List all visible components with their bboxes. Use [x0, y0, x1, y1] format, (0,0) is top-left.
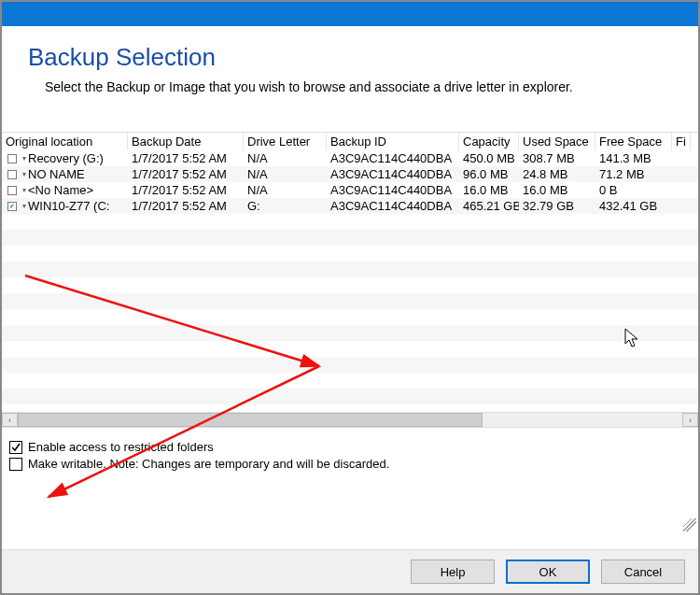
writable-label: Make writable. Note: Changes are tempora…: [28, 457, 389, 471]
table-row[interactable]: ▾Recovery (G:)1/7/2017 5:52 AMN/AA3C9AC1…: [2, 150, 698, 166]
cell-date: 1/7/2017 5:52 AM: [128, 183, 244, 197]
table-row[interactable]: ▾NO NAME1/7/2017 5:52 AMN/AA3C9AC114C440…: [2, 166, 698, 182]
cancel-button[interactable]: Cancel: [601, 560, 685, 584]
row-checkbox[interactable]: ✓: [7, 202, 17, 211]
cell-letter: N/A: [244, 151, 327, 165]
cell-cap: 450.0 MB: [459, 151, 519, 165]
col-drive-letter[interactable]: Drive Letter: [244, 133, 327, 150]
table-row: [2, 214, 698, 230]
cell-cap: 96.0 MB: [459, 167, 519, 181]
tree-toggle-icon[interactable]: ▾: [22, 202, 26, 210]
scroll-track[interactable]: [18, 413, 682, 427]
cell-location: NO NAME: [28, 167, 85, 181]
cell-date: 1/7/2017 5:52 AM: [128, 167, 244, 181]
scroll-left-button[interactable]: ‹: [2, 413, 18, 427]
cell-letter: G:: [244, 199, 327, 213]
restricted-label: Enable access to restricted folders: [28, 440, 214, 454]
cell-cap: 465.21 GB: [459, 199, 519, 213]
column-headers[interactable]: Original location Backup Date Drive Lett…: [2, 133, 698, 150]
ok-button[interactable]: OK: [506, 560, 590, 584]
table-row: [2, 341, 698, 357]
table-row[interactable]: ✓▾WIN10-Z77 (C:1/7/2017 5:52 AMG:A3C9AC1…: [2, 198, 698, 214]
make-writable-option[interactable]: Make writable. Note: Changes are tempora…: [9, 457, 691, 471]
table-row: [2, 230, 698, 246]
table-row: [2, 293, 698, 309]
header: Backup Selection Select the Backup or Im…: [2, 26, 698, 132]
cell-id: A3C9AC114C440DBA: [327, 167, 459, 181]
button-bar: Help OK Cancel: [2, 549, 698, 593]
table-row: [2, 262, 698, 277]
col-original-location[interactable]: Original location: [2, 133, 128, 150]
table-row: [2, 246, 698, 262]
table-body: ▾Recovery (G:)1/7/2017 5:52 AMN/AA3C9AC1…: [2, 150, 698, 412]
tree-toggle-icon[interactable]: ▾: [22, 170, 26, 178]
cell-used: 24.8 MB: [519, 167, 595, 181]
tree-toggle-icon[interactable]: ▾: [22, 186, 26, 194]
page-title: Backup Selection: [28, 43, 672, 72]
cell-free: 71.2 MB: [595, 167, 672, 181]
cell-letter: N/A: [244, 167, 327, 181]
window-titlebar: [2, 2, 698, 26]
cell-date: 1/7/2017 5:52 AM: [128, 199, 244, 213]
table-row[interactable]: ▾<No Name>1/7/2017 5:52 AMN/AA3C9AC114C4…: [2, 182, 698, 198]
row-checkbox[interactable]: [7, 186, 17, 195]
cell-id: A3C9AC114C440DBA: [327, 151, 459, 165]
restricted-folders-option[interactable]: Enable access to restricted folders: [9, 440, 691, 454]
page-description: Select the Backup or Image that you wish…: [45, 79, 672, 94]
col-backup-date[interactable]: Backup Date: [128, 133, 244, 150]
cell-used: 32.79 GB: [519, 199, 595, 213]
table-row: [2, 277, 698, 293]
row-checkbox[interactable]: [7, 170, 17, 179]
cell-free: 141.3 MB: [595, 151, 672, 165]
row-checkbox[interactable]: [7, 154, 17, 163]
cell-location: <No Name>: [28, 183, 93, 197]
tree-toggle-icon[interactable]: ▾: [22, 154, 26, 163]
table-row: [2, 389, 698, 404]
restricted-checkbox[interactable]: [9, 441, 22, 454]
cell-location: Recovery (G:): [28, 151, 104, 165]
resize-grip-icon[interactable]: [683, 518, 696, 531]
table-row: [2, 325, 698, 341]
table-row: [2, 357, 698, 373]
table-row: [2, 373, 698, 389]
cell-location: WIN10-Z77 (C:: [28, 199, 109, 213]
cell-used: 308.7 MB: [519, 151, 595, 165]
cell-free: 0 B: [595, 183, 672, 197]
col-backup-id[interactable]: Backup ID: [327, 133, 459, 150]
cell-used: 16.0 MB: [519, 183, 595, 197]
cell-free: 432.41 GB: [595, 199, 672, 213]
cell-id: A3C9AC114C440DBA: [327, 199, 459, 213]
cell-id: A3C9AC114C440DBA: [327, 183, 459, 197]
cell-date: 1/7/2017 5:52 AM: [128, 151, 244, 165]
options-area: Enable access to restricted folders Make…: [2, 428, 698, 479]
horizontal-scrollbar[interactable]: ‹ ›: [2, 412, 698, 428]
col-free-space[interactable]: Free Space: [595, 133, 672, 150]
col-fi[interactable]: Fi: [672, 133, 691, 150]
cell-cap: 16.0 MB: [459, 183, 519, 197]
table-row: [2, 309, 698, 325]
writable-checkbox[interactable]: [9, 458, 22, 471]
col-capacity[interactable]: Capacity: [459, 133, 519, 150]
scroll-right-button[interactable]: ›: [682, 413, 698, 427]
help-button[interactable]: Help: [411, 560, 495, 584]
cell-letter: N/A: [244, 183, 327, 197]
col-used-space[interactable]: Used Space: [519, 133, 595, 150]
backup-list: Original location Backup Date Drive Lett…: [2, 132, 698, 428]
scroll-thumb[interactable]: [18, 413, 483, 427]
